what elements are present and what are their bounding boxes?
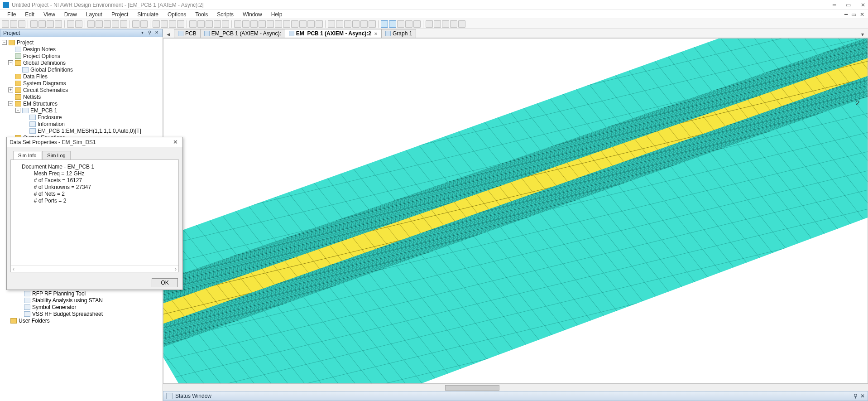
status-close-button[interactable]: ✕ (860, 393, 865, 399)
menu-draw[interactable]: Draw (61, 10, 81, 19)
tool-zoom-out[interactable] (96, 20, 103, 28)
tree-item[interactable]: RFP RF Planning Tool (2, 290, 163, 297)
tree-item[interactable]: Enclosure (0, 114, 163, 121)
tool-simulate[interactable] (153, 20, 160, 28)
tree-item[interactable]: User Folders (2, 317, 163, 324)
em-3d-viewport[interactable]: 2 (163, 38, 868, 384)
menu-scripts[interactable]: Scripts (213, 10, 237, 19)
tool-window6[interactable] (299, 20, 307, 28)
tree-item[interactable]: VSS RF Budget Spreadsheet (2, 310, 163, 317)
tool-fullscreen[interactable] (132, 20, 139, 28)
expand-icon[interactable]: − (15, 108, 20, 113)
tool-export[interactable] (360, 20, 368, 28)
tree-item[interactable]: Project Options (0, 53, 163, 59)
tool-3d-view[interactable] (389, 20, 396, 28)
project-panel-header[interactable]: Project ▾ ⚲ ✕ (0, 29, 163, 37)
document-tab[interactable]: Graph 1 (381, 29, 416, 38)
ok-button[interactable]: OK (152, 278, 178, 287)
tool-import[interactable] (369, 20, 376, 28)
dialog-titlebar[interactable]: Data Set Properties - EM_Sim_DS1 ✕ (7, 137, 182, 147)
tool-play[interactable] (434, 20, 441, 28)
mdi-close-button[interactable]: ✕ (860, 11, 864, 18)
tool-tune[interactable] (161, 20, 168, 28)
tool-mesh-view[interactable] (381, 20, 388, 28)
tool-save[interactable] (18, 20, 25, 28)
tool-window4[interactable] (283, 20, 290, 28)
document-tab[interactable]: PCB (174, 29, 201, 38)
tool-table[interactable] (197, 20, 205, 28)
tool-undo[interactable] (67, 20, 74, 28)
tool-zoom-prev[interactable] (120, 20, 127, 28)
tool-tile-h[interactable] (234, 20, 241, 28)
tool-delete[interactable] (55, 20, 62, 28)
tool-3d[interactable] (222, 20, 229, 28)
tree-item[interactable]: Netlists (0, 93, 163, 100)
tool-zoom-in[interactable] (87, 20, 95, 28)
tool-annotations[interactable] (214, 20, 221, 28)
maximize-button[interactable]: ▭ (846, 2, 851, 8)
tree-item[interactable]: +Circuit Schematics (0, 87, 163, 93)
menu-options[interactable]: Options (164, 10, 190, 19)
tool-tile-v[interactable] (242, 20, 249, 28)
tree-item[interactable]: Stability Analysis using STAN (2, 297, 163, 304)
tool-layout3[interactable] (344, 20, 351, 28)
tool-window7[interactable] (307, 20, 315, 28)
status-window-header[interactable]: Status Window ⚲ ✕ (163, 391, 868, 401)
tool-run[interactable] (426, 20, 433, 28)
tab-sim-log[interactable]: Sim Log (42, 151, 70, 159)
dialog-h-scroll[interactable]: ‹› (11, 266, 178, 272)
tool-window3[interactable] (275, 20, 282, 28)
tree-item[interactable]: Symbol Generator (2, 304, 163, 310)
tool-stop[interactable] (450, 20, 457, 28)
tool-dropdown[interactable] (458, 20, 465, 28)
menu-layout[interactable]: Layout (82, 10, 106, 19)
tree-item[interactable]: Global Definitions (0, 66, 163, 73)
tree-item[interactable]: Design Notes (0, 46, 163, 53)
tool-window5[interactable] (291, 20, 298, 28)
tool-rotate[interactable] (397, 20, 404, 28)
menu-view[interactable]: View (40, 10, 59, 19)
tool-open[interactable] (10, 20, 17, 28)
tool-layout2[interactable] (336, 20, 343, 28)
expand-icon[interactable]: + (8, 87, 13, 92)
tool-layout1[interactable] (328, 20, 335, 28)
menu-help[interactable]: Help (268, 10, 286, 19)
tool-window2[interactable] (267, 20, 274, 28)
tab-scroll-left[interactable]: ◄ (165, 31, 172, 38)
collapse-icon[interactable]: − (2, 40, 7, 45)
menu-project[interactable]: Project (108, 10, 132, 19)
expand-icon[interactable]: − (8, 101, 13, 106)
tool-cut[interactable] (30, 20, 38, 28)
menu-tools[interactable]: Tools (192, 10, 211, 19)
tool-add-meas[interactable] (206, 20, 213, 28)
menu-edit[interactable]: Edit (21, 10, 38, 19)
panel-pin-button[interactable]: ⚲ (147, 30, 152, 36)
tree-item[interactable]: −EM_PCB 1 (0, 107, 163, 114)
dialog-close-button[interactable]: ✕ (171, 139, 180, 145)
document-tab[interactable]: EM_PCB 1 (AXIEM - Async): (200, 29, 285, 38)
tool-redo[interactable] (75, 20, 82, 28)
tool-print[interactable] (316, 20, 323, 28)
scrollbar-thumb[interactable] (445, 385, 499, 391)
tool-zoom-fit[interactable] (104, 20, 111, 28)
tab-sim-info[interactable]: Sim Info (13, 151, 41, 159)
tool-pan[interactable] (405, 20, 412, 28)
expand-icon[interactable]: − (8, 60, 13, 65)
minimize-button[interactable]: ━ (833, 2, 836, 8)
tool-pause[interactable] (442, 20, 449, 28)
tool-layout4[interactable] (352, 20, 360, 28)
tab-close-icon[interactable]: ✕ (373, 31, 378, 36)
tab-scroll-right[interactable]: ▾ (859, 31, 866, 38)
tree-item[interactable]: −Global Definitions (0, 59, 163, 66)
menu-window[interactable]: Window (239, 10, 266, 19)
tree-item[interactable]: −EM Structures (0, 100, 163, 107)
document-tab[interactable]: EM_PCB 1 (AXIEM - Async):2✕ (285, 29, 382, 38)
menu-file[interactable]: File (4, 10, 19, 19)
tool-paste[interactable] (47, 20, 54, 28)
tool-measure[interactable] (413, 20, 421, 28)
tree-item[interactable]: Data Files (0, 73, 163, 80)
mdi-minimize-button[interactable]: ━ (844, 11, 848, 18)
panel-dropdown-button[interactable]: ▾ (139, 30, 145, 36)
close-button[interactable]: ✕ (861, 2, 865, 8)
tool-cascade[interactable] (250, 20, 258, 28)
